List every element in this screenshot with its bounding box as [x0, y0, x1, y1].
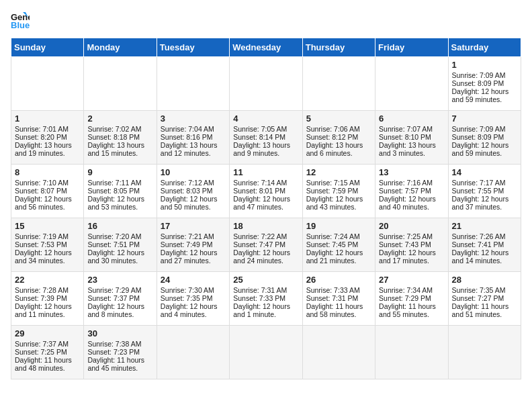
- day-number: 28: [452, 275, 517, 285]
- day-number: 18: [233, 221, 298, 231]
- day-number: 2: [87, 113, 152, 124]
- calendar-cell: 7Sunrise: 7:09 AMSunset: 8:09 PMDaylight…: [448, 111, 521, 165]
- calendar-cell: 22Sunrise: 7:28 AMSunset: 7:39 PMDayligh…: [11, 272, 84, 326]
- calendar-cell: 10Sunrise: 7:12 AMSunset: 8:03 PMDayligh…: [157, 165, 229, 218]
- calendar-cell: 8Sunrise: 7:10 AMSunset: 8:07 PMDaylight…: [11, 165, 84, 218]
- calendar-cell: 30Sunrise: 7:38 AMSunset: 7:23 PMDayligh…: [84, 326, 157, 379]
- day-number: 16: [87, 221, 152, 231]
- calendar-week-4: 15Sunrise: 7:19 AMSunset: 7:53 PMDayligh…: [11, 218, 521, 272]
- calendar-cell: [230, 326, 302, 379]
- calendar-cell: 25Sunrise: 7:31 AMSunset: 7:33 PMDayligh…: [230, 272, 302, 326]
- day-number: 17: [161, 221, 226, 231]
- day-number: 11: [233, 167, 298, 177]
- calendar-cell: 21Sunrise: 7:26 AMSunset: 7:41 PMDayligh…: [448, 218, 521, 272]
- svg-text:Blue: Blue: [11, 20, 30, 30]
- calendar-cell: 12Sunrise: 7:15 AMSunset: 7:59 PMDayligh…: [302, 165, 375, 218]
- calendar-cell: [157, 57, 229, 111]
- calendar-week-6: 29Sunrise: 7:37 AMSunset: 7:25 PMDayligh…: [11, 326, 521, 379]
- calendar-cell: [375, 326, 448, 379]
- day-number: 14: [452, 167, 517, 177]
- dow-header-friday: Friday: [375, 38, 448, 57]
- calendar-cell: 11Sunrise: 7:14 AMSunset: 8:01 PMDayligh…: [230, 165, 302, 218]
- calendar-cell: 19Sunrise: 7:24 AMSunset: 7:45 PMDayligh…: [302, 218, 375, 272]
- day-number: 4: [233, 113, 298, 124]
- day-number: 9: [87, 167, 152, 177]
- calendar-cell: [302, 57, 375, 111]
- calendar-week-2: 1Sunrise: 7:01 AMSunset: 8:20 PMDaylight…: [11, 111, 521, 165]
- day-number: 7: [452, 113, 517, 124]
- day-number: 15: [15, 221, 80, 231]
- calendar-cell: 2Sunrise: 7:02 AMSunset: 8:18 PMDaylight…: [84, 111, 157, 165]
- calendar-cell: [302, 326, 375, 379]
- calendar-cell: 4Sunrise: 7:05 AMSunset: 8:14 PMDaylight…: [230, 111, 302, 165]
- dow-header-tuesday: Tuesday: [157, 38, 229, 57]
- calendar-week-5: 22Sunrise: 7:28 AMSunset: 7:39 PMDayligh…: [11, 272, 521, 326]
- calendar-cell: 23Sunrise: 7:29 AMSunset: 7:37 PMDayligh…: [84, 272, 157, 326]
- calendar-cell: 20Sunrise: 7:25 AMSunset: 7:43 PMDayligh…: [375, 218, 448, 272]
- calendar-cell: 15Sunrise: 7:19 AMSunset: 7:53 PMDayligh…: [11, 218, 84, 272]
- day-number: 19: [306, 221, 371, 231]
- calendar-cell: 17Sunrise: 7:21 AMSunset: 7:49 PMDayligh…: [157, 218, 229, 272]
- page-header: General Blue: [11, 11, 521, 30]
- calendar-cell: 6Sunrise: 7:07 AMSunset: 8:10 PMDaylight…: [375, 111, 448, 165]
- day-number: 20: [379, 221, 444, 231]
- calendar-cell: [157, 326, 229, 379]
- day-number: 23: [87, 275, 152, 285]
- calendar-table: SundayMondayTuesdayWednesdayThursdayFrid…: [11, 38, 521, 379]
- calendar-cell: 26Sunrise: 7:33 AMSunset: 7:31 PMDayligh…: [302, 272, 375, 326]
- logo-icon: General Blue: [11, 11, 30, 30]
- calendar-cell: 16Sunrise: 7:20 AMSunset: 7:51 PMDayligh…: [84, 218, 157, 272]
- logo: General Blue: [11, 11, 32, 30]
- calendar-cell: 13Sunrise: 7:16 AMSunset: 7:57 PMDayligh…: [375, 165, 448, 218]
- day-number: 30: [87, 328, 152, 338]
- dow-header-thursday: Thursday: [302, 38, 375, 57]
- dow-header-saturday: Saturday: [448, 38, 521, 57]
- day-number: 21: [452, 221, 517, 231]
- dow-header-monday: Monday: [84, 38, 157, 57]
- day-number: 5: [306, 113, 371, 124]
- day-number: 10: [161, 167, 226, 177]
- day-number: 8: [15, 167, 80, 177]
- calendar-cell: [448, 326, 521, 379]
- day-number: 25: [233, 275, 298, 285]
- calendar-cell: [84, 57, 157, 111]
- calendar-cell: [11, 57, 84, 111]
- calendar-cell: 1Sunrise: 7:01 AMSunset: 8:20 PMDaylight…: [11, 111, 84, 165]
- calendar-cell: [375, 57, 448, 111]
- calendar-cell: 3Sunrise: 7:04 AMSunset: 8:16 PMDaylight…: [157, 111, 229, 165]
- day-number: 24: [161, 275, 226, 285]
- calendar-cell: 29Sunrise: 7:37 AMSunset: 7:25 PMDayligh…: [11, 326, 84, 379]
- dow-header-sunday: Sunday: [11, 38, 84, 57]
- day-number: 3: [161, 113, 226, 124]
- day-number: 26: [306, 275, 371, 285]
- dow-header-wednesday: Wednesday: [230, 38, 302, 57]
- calendar-cell: 1Sunrise: 7:09 AMSunset: 8:09 PMDaylight…: [448, 57, 521, 111]
- calendar-week-1: 1Sunrise: 7:09 AMSunset: 8:09 PMDaylight…: [11, 57, 521, 111]
- calendar-cell: 5Sunrise: 7:06 AMSunset: 8:12 PMDaylight…: [302, 111, 375, 165]
- day-number: 29: [15, 328, 80, 338]
- day-number: 27: [379, 275, 444, 285]
- day-number: 6: [379, 113, 444, 124]
- day-number: 1: [452, 60, 517, 70]
- day-number: 12: [306, 167, 371, 177]
- day-number: 13: [379, 167, 444, 177]
- calendar-cell: 27Sunrise: 7:34 AMSunset: 7:29 PMDayligh…: [375, 272, 448, 326]
- calendar-week-3: 8Sunrise: 7:10 AMSunset: 8:07 PMDaylight…: [11, 165, 521, 218]
- calendar-cell: 18Sunrise: 7:22 AMSunset: 7:47 PMDayligh…: [230, 218, 302, 272]
- day-number: 1: [15, 113, 80, 124]
- calendar-cell: 14Sunrise: 7:17 AMSunset: 7:55 PMDayligh…: [448, 165, 521, 218]
- day-number: 22: [15, 275, 80, 285]
- calendar-cell: 28Sunrise: 7:35 AMSunset: 7:27 PMDayligh…: [448, 272, 521, 326]
- calendar-cell: [230, 57, 302, 111]
- calendar-cell: 24Sunrise: 7:30 AMSunset: 7:35 PMDayligh…: [157, 272, 229, 326]
- calendar-cell: 9Sunrise: 7:11 AMSunset: 8:05 PMDaylight…: [84, 165, 157, 218]
